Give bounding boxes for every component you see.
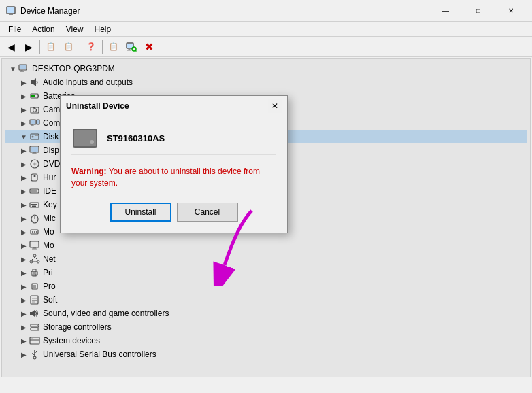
dialog-body: ST9160310AS Warning: You are about to un… [61,116,287,233]
menu-bar: File Action View Help [0,22,532,37]
minimize-button[interactable]: — [430,0,461,22]
toolbar-display[interactable]: 📋 [105,39,122,55]
svg-rect-5 [129,48,131,50]
toolbar: ◀ ▶ 📋 📋 ❓ 📋 ✖ [0,37,532,57]
close-button[interactable]: ✕ [495,0,527,22]
toolbar-update[interactable]: 📋 [61,39,77,55]
svg-rect-6 [127,50,131,51]
dialog-warning-label: Warning: [71,167,107,176]
status-bar [0,377,532,393]
toolbar-help[interactable]: ❓ [83,39,99,55]
toolbar-sep-3 [102,40,103,54]
svg-line-8 [135,50,136,51]
dialog-device-name: ST9160310AS [107,133,165,143]
menu-file[interactable]: File [3,23,27,35]
window-title: Device Manager [20,6,430,16]
toolbar-sep-1 [39,40,40,54]
menu-view[interactable]: View [61,23,89,35]
dialog-warning: Warning: You are about to uninstall this… [71,166,276,189]
title-bar: Device Manager — □ ✕ [0,0,532,22]
hdd-icon [73,129,97,148]
toolbar-scan[interactable] [123,39,139,55]
toolbar-properties[interactable]: 📋 [43,39,59,55]
toolbar-forward[interactable]: ▶ [20,39,37,55]
menu-action[interactable]: Action [27,23,60,35]
dialog-device-icon [71,127,99,149]
app-icon [5,5,16,16]
toolbar-sep-2 [80,40,80,54]
dialog-title-bar: Uninstall Device ✕ [61,96,287,116]
svg-rect-1 [7,7,14,13]
svg-rect-2 [9,14,13,15]
dialog-title: Uninstall Device [66,101,268,111]
dialog-device-row: ST9160310AS [71,127,276,155]
menu-help[interactable]: Help [89,23,117,35]
window-controls: — □ ✕ [430,0,527,22]
maximize-button[interactable]: □ [463,0,494,22]
uninstall-button[interactable]: Uninstall [110,203,171,222]
svg-point-7 [132,47,136,51]
dialog-close-button[interactable]: ✕ [268,99,282,113]
svg-rect-4 [127,44,133,48]
cancel-button[interactable]: Cancel [177,203,238,222]
toolbar-back[interactable]: ◀ [3,39,19,55]
dialog-buttons: Uninstall Cancel [71,203,276,222]
uninstall-dialog: Uninstall Device ✕ ST9160310AS Warning: … [60,95,288,233]
toolbar-uninstall[interactable]: ✖ [141,39,157,55]
